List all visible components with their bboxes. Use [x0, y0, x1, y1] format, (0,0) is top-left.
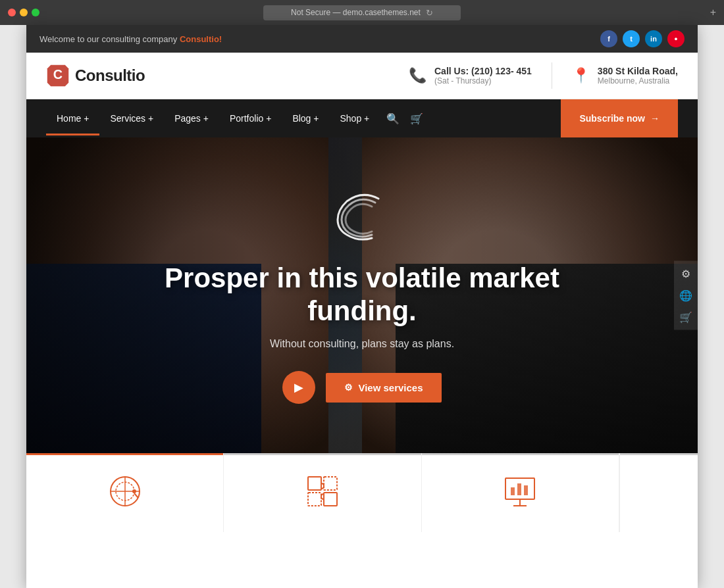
- main-nav: Home + Services + Pages + Portfolio + Bl…: [26, 99, 698, 137]
- linkedin-icon[interactable]: in: [645, 30, 662, 47]
- social-icons-group: f t in ●: [600, 30, 685, 47]
- phone-label: Call Us: (210) 123- 451: [434, 66, 532, 76]
- maximize-button[interactable]: [32, 9, 39, 16]
- nav-portfolio[interactable]: Portfolio +: [219, 101, 282, 135]
- announcement-bar: Welcome to our consulting company Consul…: [26, 25, 698, 53]
- service-card-4[interactable]: [619, 453, 698, 532]
- hero-logo: [332, 187, 392, 249]
- service-card-1[interactable]: [26, 453, 224, 532]
- url-text: Not Secure — demo.casethemes.net: [291, 8, 421, 17]
- view-services-button[interactable]: ⚙ View services: [326, 373, 441, 403]
- view-services-label: View services: [358, 382, 423, 393]
- nav-home[interactable]: Home +: [46, 101, 99, 135]
- svg-rect-8: [308, 477, 321, 490]
- phone-icon: 📞: [409, 67, 427, 84]
- pinterest-icon[interactable]: ●: [667, 30, 685, 47]
- facebook-icon[interactable]: f: [600, 30, 617, 47]
- phone-sub: (Sat - Thursday): [434, 76, 532, 86]
- service-card-2[interactable]: [224, 453, 421, 532]
- logo-icon: C: [46, 64, 70, 87]
- svg-point-6: [132, 489, 136, 493]
- website-frame: Welcome to our consulting company Consul…: [26, 25, 698, 588]
- cart-icon[interactable]: 🛒: [410, 112, 423, 125]
- service-bar-3: [422, 453, 619, 455]
- service-bar-1: [26, 453, 223, 455]
- nav-pages[interactable]: Pages +: [164, 101, 219, 135]
- svg-rect-16: [511, 487, 515, 495]
- address-line1: 380 St Kilda Road,: [598, 66, 678, 76]
- svg-rect-18: [524, 485, 528, 495]
- search-icon[interactable]: 🔍: [386, 112, 400, 125]
- nav-shop[interactable]: Shop +: [329, 101, 380, 135]
- play-button[interactable]: ▶: [282, 371, 315, 404]
- hero-section: Prosper in this volatile market funding.…: [26, 137, 698, 453]
- nav-utility-icons: 🔍 🛒: [386, 112, 423, 125]
- contact-phone: 📞 Call Us: (210) 123- 451 (Sat - Thursda…: [409, 66, 532, 86]
- announcement-text: Welcome to our consulting company Consul…: [39, 34, 222, 44]
- service-card-3[interactable]: [422, 453, 619, 532]
- settings-sidebar-icon[interactable]: ⚙: [681, 268, 690, 280]
- location-icon: 📍: [572, 67, 590, 84]
- svg-rect-11: [324, 477, 337, 490]
- gear-icon: ⚙: [344, 382, 353, 393]
- presentation-icon: [500, 472, 540, 514]
- twitter-icon[interactable]: t: [623, 30, 640, 47]
- browser-chrome: Not Secure — demo.casethemes.net ↻ +: [0, 0, 724, 25]
- svg-rect-17: [517, 483, 521, 495]
- svg-rect-9: [324, 493, 337, 506]
- services-strip: [26, 453, 698, 532]
- logo[interactable]: C Consultio: [46, 64, 145, 87]
- add-tab-button[interactable]: +: [710, 7, 716, 18]
- address-line2: Melbourne, Australia: [598, 76, 678, 86]
- subscribe-label: Subscribe now: [579, 113, 645, 124]
- url-bar[interactable]: Not Secure — demo.casethemes.net ↻: [263, 5, 461, 20]
- hero-buttons: ▶ ⚙ View services: [282, 371, 441, 404]
- analysis-icon: [105, 472, 145, 514]
- svg-text:C: C: [53, 67, 63, 82]
- nav-blog[interactable]: Blog +: [282, 101, 329, 135]
- header-contact: 📞 Call Us: (210) 123- 451 (Sat - Thursda…: [409, 62, 678, 89]
- subscribe-arrow: →: [650, 113, 659, 124]
- logo-text: Consultio: [75, 66, 145, 85]
- globe-sidebar-icon[interactable]: 🌐: [679, 289, 692, 302]
- contact-divider: [552, 62, 552, 89]
- svg-line-7: [134, 493, 138, 498]
- refresh-icon[interactable]: ↻: [426, 8, 433, 18]
- hero-title: Prosper in this volatile market funding.: [165, 262, 559, 328]
- service-bar-4: [620, 453, 698, 455]
- nav-items: Home + Services + Pages + Portfolio + Bl…: [46, 101, 548, 135]
- browser-traffic-lights: [8, 9, 39, 16]
- site-header: C Consultio 📞 Call Us: (210) 123- 451 (S…: [26, 53, 698, 99]
- hero-content: Prosper in this volatile market funding.…: [26, 137, 698, 453]
- hero-subtitle: Without consulting, plans stay as plans.: [270, 338, 454, 350]
- subscribe-button[interactable]: Subscribe now →: [561, 99, 678, 137]
- minimize-button[interactable]: [20, 9, 28, 16]
- svg-rect-10: [308, 493, 321, 506]
- cart-sidebar-icon[interactable]: 🛒: [679, 311, 692, 324]
- nav-services[interactable]: Services +: [99, 101, 164, 135]
- puzzle-icon: [303, 472, 342, 514]
- right-sidebar: ⚙ 🌐 🛒: [674, 261, 698, 330]
- brand-name: Consultio!: [180, 34, 222, 44]
- contact-address: 📍 380 St Kilda Road, Melbourne, Australi…: [572, 66, 678, 86]
- close-button[interactable]: [8, 9, 16, 16]
- welcome-text: Welcome to our consulting company: [39, 34, 180, 44]
- service-bar-2: [224, 453, 421, 455]
